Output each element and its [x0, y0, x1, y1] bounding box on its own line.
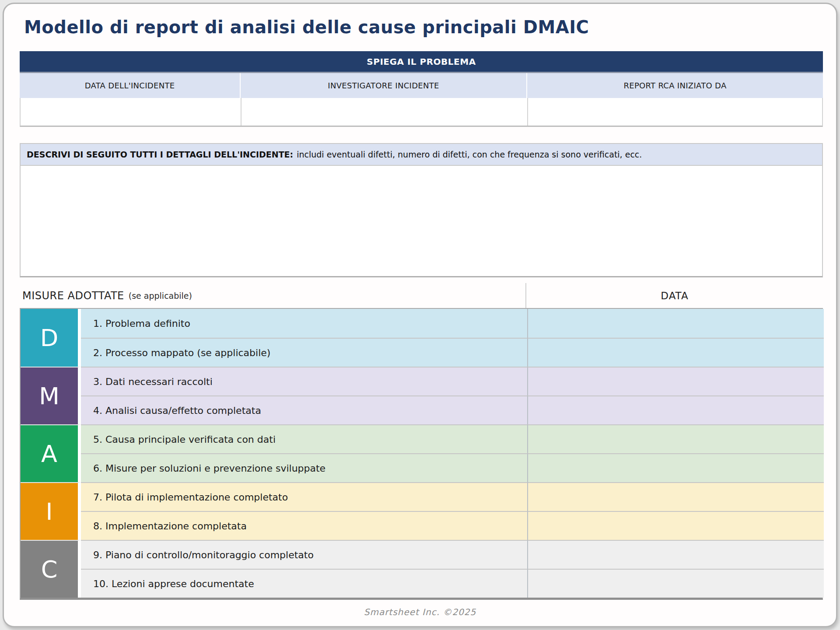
step-label-2: 2. Processo mappato (se applicabile)	[81, 338, 527, 367]
step-label-8: 8. Implementazione completata	[81, 511, 527, 540]
measures-header: MISURE ADOTTATE (se applicabile) DATA	[20, 283, 823, 308]
step-label-10: 10. Lezioni apprese documentate	[81, 569, 527, 598]
page-title: Modello di report di analisi delle cause…	[24, 17, 589, 37]
step-label-3: 3. Dati necessari raccolti	[81, 367, 527, 396]
measures-title-note: (se applicabile)	[129, 291, 192, 301]
report-page: Modello di report di analisi delle cause…	[3, 3, 837, 627]
step-date-cell-7[interactable]	[527, 482, 824, 511]
step-label-4: 4. Analisi causa/effetto completata	[81, 396, 527, 424]
incident-details-section: DESCRIVI DI SEGUITO TUTTI I DETTAGLI DEL…	[20, 143, 823, 277]
column-header-incident-investigator: INVESTIGATORE INCIDENTE	[240, 73, 526, 98]
incident-details-label: DESCRIVI DI SEGUITO TUTTI I DETTAGLI DEL…	[27, 150, 293, 159]
column-header-incident-date: DATA DELL'INCIDENTE	[20, 73, 240, 98]
measures-date-column-header: DATA	[526, 283, 823, 308]
problem-table: SPIEGA IL PROBLEMA DATA DELL'INCIDENTE I…	[20, 51, 823, 127]
measures-header-left: MISURE ADOTTATE (se applicabile)	[20, 283, 526, 308]
measures-title: MISURE ADOTTATE	[22, 290, 124, 302]
step-date-cell-9[interactable]	[527, 540, 824, 569]
phase-letter-analyze: A	[21, 424, 81, 482]
column-header-rca-initiated-by: REPORT RCA INIZIATO DA	[526, 73, 823, 98]
problem-table-value-row	[20, 98, 823, 127]
step-date-cell-3[interactable]	[527, 367, 824, 396]
rca-initiated-by-cell[interactable]	[527, 98, 824, 126]
step-label-9: 9. Piano di controllo/monitoraggio compl…	[81, 540, 527, 569]
step-label-7: 7. Pilota di implementazione completato	[81, 482, 527, 511]
phase-letter-measure: M	[21, 367, 81, 424]
phase-letter-control: C	[21, 540, 81, 598]
step-date-cell-4[interactable]	[527, 396, 824, 424]
step-label-1: 1. Problema definito	[81, 309, 527, 338]
step-date-cell-2[interactable]	[527, 338, 824, 367]
footer-copyright: Smartsheet Inc. ©2025	[4, 607, 836, 617]
incident-details-input[interactable]	[21, 166, 822, 276]
incident-investigator-cell[interactable]	[241, 98, 527, 126]
incident-date-cell[interactable]	[21, 98, 241, 126]
step-date-cell-1[interactable]	[527, 309, 824, 338]
incident-details-hint: includi eventuali difetti, numero di dif…	[297, 150, 642, 159]
dmaic-table: D 1. Problema definito 2. Processo mappa…	[20, 308, 823, 600]
problem-table-banner: SPIEGA IL PROBLEMA	[20, 51, 823, 73]
step-date-cell-8[interactable]	[527, 511, 824, 540]
step-label-5: 5. Causa principale verificata con dati	[81, 424, 527, 453]
phase-letter-improve: I	[21, 482, 81, 540]
problem-table-column-headers: DATA DELL'INCIDENTE INVESTIGATORE INCIDE…	[20, 73, 823, 98]
step-date-cell-10[interactable]	[527, 569, 824, 598]
incident-details-header: DESCRIVI DI SEGUITO TUTTI I DETTAGLI DEL…	[21, 144, 822, 166]
phase-letter-define: D	[21, 309, 81, 367]
step-date-cell-6[interactable]	[527, 453, 824, 482]
step-date-cell-5[interactable]	[527, 424, 824, 453]
step-label-6: 6. Misure per soluzioni e prevenzione sv…	[81, 453, 527, 482]
